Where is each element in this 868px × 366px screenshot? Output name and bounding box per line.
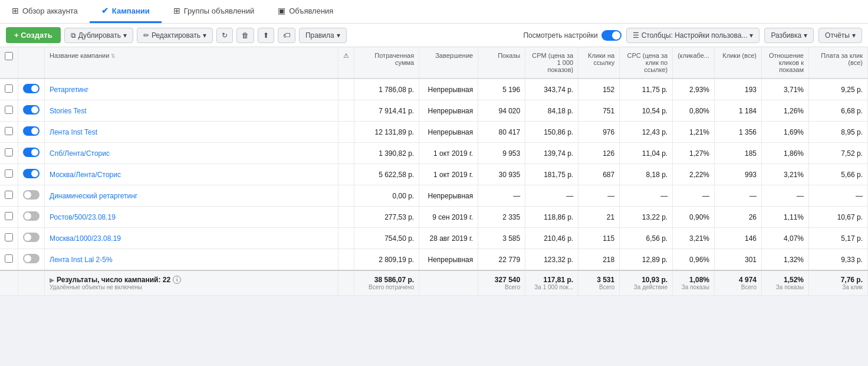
row-checkbox-input-3[interactable] xyxy=(5,127,13,135)
row-toggle-switch-2[interactable] xyxy=(23,105,40,115)
header-cpm[interactable]: CPM (цена за 1 000 показов) xyxy=(525,47,578,79)
row-cpc-all-8: 5,17 р. xyxy=(809,228,868,249)
create-button[interactable]: + Создать xyxy=(6,27,61,43)
header-campaign-name[interactable]: Название кампании ⇅ xyxy=(45,47,338,79)
table-row: Москва/Лента/Сторис 5 622,58 р. 1 окт 20… xyxy=(0,164,868,185)
footer-chevron-icon[interactable]: ▶ xyxy=(50,277,54,283)
delete-button[interactable]: 🗑 xyxy=(236,28,254,43)
row-checkbox-input-6[interactable] xyxy=(5,191,13,199)
footer-cpm-sub: За 1 000 пок... xyxy=(530,284,573,290)
header-all-clicks[interactable]: Клики (все) xyxy=(715,47,762,79)
tab-overview[interactable]: ⊞ Обзор аккаунта xyxy=(0,0,90,23)
export-icon: ⬆ xyxy=(263,31,269,40)
row-toggle-8[interactable] xyxy=(18,228,45,249)
row-impressions-4: 9 953 xyxy=(478,143,525,164)
row-spent-9: 2 809,19 р. xyxy=(354,249,419,271)
row-toggle-switch-1[interactable] xyxy=(23,84,40,93)
row-toggle-7[interactable] xyxy=(18,207,45,228)
row-checkbox-input-2[interactable] xyxy=(5,106,13,114)
row-toggle-9[interactable] xyxy=(18,249,45,271)
refresh-button[interactable]: ↻ xyxy=(216,28,233,43)
campaign-link-2[interactable]: Stories Test xyxy=(50,107,86,115)
footer-cpc-sub: За действие xyxy=(624,284,668,290)
row-checkbox-9[interactable] xyxy=(0,249,18,271)
campaign-link-7[interactable]: Ростов/500/23.08.19 xyxy=(50,213,116,221)
row-warning-2 xyxy=(338,100,354,122)
table-row: Лента Inst Lal 2-5% 2 809,19 р. Непрерыв… xyxy=(0,249,868,271)
header-ctr[interactable]: (кликабе... xyxy=(673,47,715,79)
footer-all-ctr-sub: За показы xyxy=(767,284,804,290)
export-button[interactable]: ⬆ xyxy=(258,28,274,43)
row-checkbox-input-4[interactable] xyxy=(5,148,13,156)
tag-button[interactable]: 🏷 xyxy=(278,28,295,43)
row-warning-4 xyxy=(338,143,354,164)
row-checkbox-input-1[interactable] xyxy=(5,84,13,93)
row-checkbox-2[interactable] xyxy=(0,100,18,122)
tab-campaigns-label: Кампании xyxy=(112,6,150,15)
row-toggle-switch-6[interactable] xyxy=(23,190,40,200)
tab-adgroups[interactable]: ⊞ Группы объявлений xyxy=(162,0,266,23)
tab-campaigns[interactable]: ✔ Кампании xyxy=(90,0,162,23)
row-toggle-switch-4[interactable] xyxy=(23,148,40,157)
row-checkbox-input-9[interactable] xyxy=(5,254,13,263)
settings-toggle-switch[interactable] xyxy=(601,30,622,41)
footer-all-ctr-value: 1,52% xyxy=(767,276,804,284)
row-toggle-switch-5[interactable] xyxy=(23,169,40,178)
header-spent[interactable]: Потраченная сумма xyxy=(354,47,419,79)
header-checkbox[interactable] xyxy=(0,47,18,79)
campaign-link-4[interactable]: Спб/Лента/Сторис xyxy=(50,149,110,158)
row-checkbox-input-5[interactable] xyxy=(5,169,13,178)
campaign-link-9[interactable]: Лента Inst Lal 2-5% xyxy=(50,256,113,264)
campaign-link-8[interactable]: Москва/1000/23.08.19 xyxy=(50,234,121,243)
edit-button[interactable]: ✏ Редактировать ▾ xyxy=(137,28,213,43)
row-checkbox-input-7[interactable] xyxy=(5,212,13,220)
header-all-ctr[interactable]: Отношение кликов к показам xyxy=(762,47,809,79)
header-impressions[interactable]: Показы xyxy=(478,47,525,79)
columns-icon: ☰ xyxy=(633,31,639,40)
footer-info-icon[interactable]: i xyxy=(173,276,181,284)
row-checkbox-4[interactable] xyxy=(0,143,18,164)
campaign-link-3[interactable]: Лента Inst Test xyxy=(50,128,97,136)
header-end[interactable]: Завершение xyxy=(419,47,478,79)
campaign-link-6[interactable]: Динамический ретаргетинг xyxy=(50,192,137,200)
header-toggle xyxy=(18,47,45,79)
row-end-4: 1 окт 2019 г. xyxy=(419,143,478,164)
header-link-clicks[interactable]: Клики на ссылку xyxy=(578,47,620,79)
row-all-ctr-3: 1,69% xyxy=(762,122,809,143)
row-impressions-7: 2 335 xyxy=(478,207,525,228)
row-toggle-6[interactable] xyxy=(18,185,45,207)
row-toggle-switch-9[interactable] xyxy=(23,254,40,263)
row-toggle-switch-8[interactable] xyxy=(23,233,40,242)
row-toggle-3[interactable] xyxy=(18,122,45,143)
rules-chevron-icon: ▾ xyxy=(337,31,340,40)
duplicate-button[interactable]: ⧉ Дублировать ▾ xyxy=(64,28,133,43)
header-cpc-all[interactable]: Плата за клик (все) xyxy=(809,47,868,79)
footer-ctr-value: 1,08% xyxy=(678,276,709,284)
breakdown-button[interactable]: Разбивка ▾ xyxy=(764,28,814,43)
row-checkbox-3[interactable] xyxy=(0,122,18,143)
campaign-link-5[interactable]: Москва/Лента/Сторис xyxy=(50,171,121,179)
row-toggle-switch-3[interactable] xyxy=(23,126,40,136)
reports-button[interactable]: Отчёты ▾ xyxy=(818,28,862,43)
row-name-7: Ростов/500/23.08.19 xyxy=(45,207,338,228)
row-toggle-1[interactable] xyxy=(18,79,45,100)
header-cpc[interactable]: CPC (цена за клик по ссылке) xyxy=(620,47,673,79)
tab-ads[interactable]: ▣ Объявления xyxy=(266,0,345,23)
columns-button[interactable]: ☰ Столбцы: Настройки пользова... ▾ xyxy=(626,28,760,43)
rules-button[interactable]: Правила ▾ xyxy=(299,28,347,43)
row-checkbox-6[interactable] xyxy=(0,185,18,207)
row-cpc-5: 8,18 р. xyxy=(620,164,673,185)
row-toggle-5[interactable] xyxy=(18,164,45,185)
row-all-ctr-8: 4,07% xyxy=(762,228,809,249)
row-toggle-2[interactable] xyxy=(18,100,45,122)
campaign-link-1[interactable]: Ретаргетинг xyxy=(50,86,88,94)
row-toggle-switch-7[interactable] xyxy=(23,211,40,221)
row-checkbox-5[interactable] xyxy=(0,164,18,185)
row-checkbox-input-8[interactable] xyxy=(5,233,13,241)
row-checkbox-8[interactable] xyxy=(0,228,18,249)
footer-cpc-all-value: 7,76 р. xyxy=(814,276,863,284)
select-all-checkbox[interactable] xyxy=(5,52,13,60)
row-checkbox-1[interactable] xyxy=(0,79,18,100)
row-toggle-4[interactable] xyxy=(18,143,45,164)
row-checkbox-7[interactable] xyxy=(0,207,18,228)
